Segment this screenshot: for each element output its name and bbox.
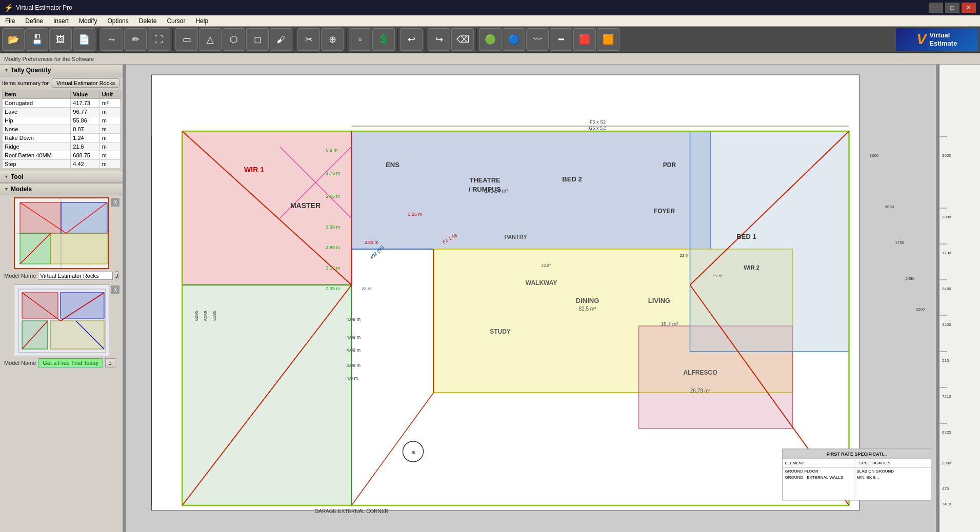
table-row: None0.87m <box>3 125 121 134</box>
toolbar-btn-7[interactable]: ▭ <box>175 28 198 51</box>
logo-v-icon: V <box>917 31 927 48</box>
model1-close-button[interactable]: X <box>111 198 119 207</box>
svg-text:STUDY: STUDY <box>490 328 511 335</box>
svg-text:140.54 m²: 140.54 m² <box>485 188 509 194</box>
svg-text:SPECIFICATION: SPECIFICATION <box>859 461 891 465</box>
cell-value: 55.86 <box>71 116 99 125</box>
svg-text:GROUND FLOOR: GROUND FLOOR <box>785 469 819 474</box>
table-header-row: Item Value Unit <box>3 90 121 99</box>
svg-text:WALKWAY: WALKWAY <box>526 279 557 287</box>
svg-text:7410: 7410 <box>942 502 951 506</box>
svg-text:3.85 m: 3.85 m <box>326 245 341 250</box>
material-btn-2[interactable]: 〰 <box>526 28 549 51</box>
toolbar-btn-12[interactable]: ✂ <box>297 28 320 51</box>
menu-item-delete[interactable]: Delete <box>134 16 162 26</box>
items-table-body: Corrugated417.73m²Eave96.77mHip55.86mNon… <box>3 99 121 169</box>
svg-text:3600: 3600 <box>870 153 879 158</box>
blueprint-svg[interactable]: WIR 1 MASTER ENS THEATRE / RUMPUS BED 2 … <box>123 65 939 532</box>
svg-text:PANTRY: PANTRY <box>505 234 528 240</box>
tally-quantity-label: Tally Quantity <box>11 67 51 74</box>
toolbar-btn-6[interactable]: ⛶ <box>148 28 170 51</box>
model2-close-button[interactable]: X <box>111 285 119 294</box>
toolbar-btn-11[interactable]: 🖌 <box>270 28 292 51</box>
table-row: Ridge21.6m <box>3 142 121 151</box>
svg-text:3080: 3080 <box>885 204 894 209</box>
svg-text:3.83 m: 3.83 m <box>365 240 379 245</box>
toolbar-btn-10[interactable]: ◻ <box>246 28 269 51</box>
model2-thumbnail <box>14 284 109 356</box>
table-row: Eave96.77m <box>3 108 121 116</box>
toolbar-btn-17[interactable]: ↪ <box>428 28 450 51</box>
menu-item-file[interactable]: File <box>0 16 20 26</box>
menu-item-help[interactable]: Help <box>190 16 213 26</box>
col-unit: Unit <box>99 90 120 99</box>
model1-name-input[interactable] <box>38 272 113 280</box>
material-btn-5[interactable]: 🟧 <box>597 28 619 51</box>
minimize-button[interactable]: ─ <box>929 3 943 13</box>
menu-item-options[interactable]: Options <box>102 16 133 26</box>
svg-text:GROUND - EXTERNAL WALLS: GROUND - EXTERNAL WALLS <box>785 475 844 480</box>
toolbar-btn-9[interactable]: ⬡ <box>223 28 245 51</box>
toolbar-btn-2[interactable]: 🖼 <box>49 28 72 51</box>
svg-text:4.09 m: 4.09 m <box>347 317 361 322</box>
table-row: Step4.42m <box>3 160 121 169</box>
table-row: Hip55.86m <box>3 116 121 125</box>
toolbar-separator <box>346 29 347 50</box>
menu-item-modify[interactable]: Modify <box>74 16 102 26</box>
logo-area: V Virtual Estimate <box>896 28 978 51</box>
model-name-label2: Model Name <box>4 360 36 366</box>
toolbar-btn-4[interactable]: ↔ <box>101 28 123 51</box>
ve-rocks-button[interactable]: Virtual Estimator Rocks <box>52 78 119 88</box>
model1-j-button[interactable]: J <box>115 271 118 280</box>
model1-thumbnail <box>14 197 109 269</box>
trial-button[interactable]: Get a Free Trial Today <box>38 358 103 367</box>
svg-text:THEATRE: THEATRE <box>469 176 501 184</box>
menu-item-cursor[interactable]: Cursor <box>162 16 190 26</box>
menu-item-insert[interactable]: Insert <box>48 16 74 26</box>
maximize-button[interactable]: □ <box>945 3 959 13</box>
cell-value: 4.42 <box>71 160 99 169</box>
svg-rect-15 <box>50 321 104 349</box>
table-row: Corrugated417.73m² <box>3 99 121 108</box>
close-button[interactable]: ✕ <box>962 3 976 13</box>
svg-text:1.73 m: 1.73 m <box>326 171 341 176</box>
models-arrow-icon: ▼ <box>4 187 9 192</box>
svg-text:MASTER: MASTER <box>290 201 321 210</box>
tally-quantity-header[interactable]: ▼ Tally Quantity <box>0 65 123 76</box>
models-content: X <box>0 195 123 532</box>
tool-section-header[interactable]: ▼ Tool <box>0 171 123 183</box>
model1-container: X <box>2 197 121 269</box>
models-section-header[interactable]: ▼ Models <box>0 183 123 195</box>
svg-rect-1 <box>20 202 61 233</box>
svg-text:ELEMENT: ELEMENT <box>785 461 805 465</box>
toolbar-btn-5[interactable]: ✏ <box>124 28 147 51</box>
toolbar-btn-8[interactable]: △ <box>199 28 222 51</box>
table-row: Roof Batten 40MM688.75m <box>3 151 121 160</box>
toolbar-btn-15[interactable]: 💲 <box>372 28 395 51</box>
tool-section-label: Tool <box>11 173 23 180</box>
material-btn-3[interactable]: ━ <box>550 28 572 51</box>
cell-unit: m <box>99 116 120 125</box>
svg-text:MIN. BK 8...: MIN. BK 8... <box>857 475 879 480</box>
svg-text:82.5 m²: 82.5 m² <box>579 306 597 312</box>
material-btn-0[interactable]: 🟢 <box>479 28 502 51</box>
menu-item-define[interactable]: Define <box>20 16 48 26</box>
material-btn-4[interactable]: 🟥 <box>573 28 596 51</box>
toolbar-separator <box>397 29 398 50</box>
svg-text:22.5°: 22.5° <box>713 274 723 278</box>
toolbar-btn-14[interactable]: ▫ <box>349 28 371 51</box>
app-icon: ⚡ <box>4 4 13 12</box>
toolbar-btn-16[interactable]: ↩ <box>400 28 423 51</box>
toolbar-btn-3[interactable]: 📄 <box>73 28 95 51</box>
model2-j-button[interactable]: J <box>105 358 115 367</box>
svg-rect-2 <box>61 202 107 233</box>
svg-text:2.35 m: 2.35 m <box>326 286 341 291</box>
toolbar-btn-0[interactable]: 📂 <box>2 28 25 51</box>
svg-text:26.79 m²: 26.79 m² <box>690 388 711 394</box>
toolbar-btn-18[interactable]: ⌫ <box>451 28 474 51</box>
material-btn-1[interactable]: 🔵 <box>503 28 525 51</box>
table-row: Rake Down1.24m <box>3 134 121 142</box>
toolbar-btn-1[interactable]: 💾 <box>26 28 48 51</box>
svg-text:6065: 6065 <box>203 311 208 321</box>
toolbar-btn-13[interactable]: ⊕ <box>321 28 344 51</box>
